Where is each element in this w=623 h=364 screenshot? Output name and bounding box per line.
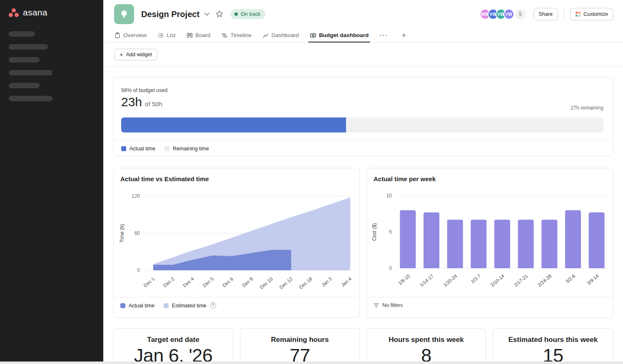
svg-text:1/6-10: 1/6-10 xyxy=(397,273,411,286)
chevron-down-icon[interactable] xyxy=(204,12,209,16)
tab-label: Timeline xyxy=(230,32,252,38)
svg-text:2/17-21: 2/17-21 xyxy=(513,273,529,287)
tab-overflow-menu[interactable]: ··· xyxy=(379,28,388,42)
svg-text:Dec 12: Dec 12 xyxy=(279,276,294,290)
legend-swatch xyxy=(164,303,169,308)
board-icon xyxy=(186,32,193,39)
avatar-stack: WWVWVWVW5 xyxy=(480,9,526,20)
star-icon[interactable] xyxy=(215,10,224,18)
svg-text:Cost ($): Cost ($) xyxy=(371,223,377,241)
filter-icon xyxy=(374,303,379,308)
svg-text:0: 0 xyxy=(137,267,140,273)
svg-text:Dec 6: Dec 6 xyxy=(222,276,234,288)
card-divider xyxy=(367,297,613,297)
tab-label: Overview xyxy=(123,32,147,38)
avatar[interactable]: VW xyxy=(503,9,514,20)
svg-text:0: 0 xyxy=(389,265,392,271)
stat-card-value: 8 xyxy=(367,345,486,362)
bar-chart-title: Actual time per week xyxy=(374,175,436,182)
tab-board[interactable]: Board xyxy=(186,28,210,42)
stat-card-title: Hours spent this week xyxy=(367,336,486,344)
tab-budget-dashboard[interactable]: Budget dashboard xyxy=(310,28,369,42)
svg-text:2/24-28: 2/24-28 xyxy=(537,273,553,287)
add-tab-button[interactable]: + xyxy=(401,28,406,42)
svg-text:1/14-17: 1/14-17 xyxy=(419,273,435,287)
tab-label: List xyxy=(167,32,175,38)
add-widget-button[interactable]: + Add widget xyxy=(114,49,157,60)
legend-swatch xyxy=(120,303,125,308)
budget-progress-fill xyxy=(121,117,346,132)
asana-logo-icon xyxy=(9,8,19,17)
svg-text:Dec 10: Dec 10 xyxy=(259,276,274,290)
tab-timeline[interactable]: Timeline xyxy=(221,28,252,42)
svg-text:2/3-7: 2/3-7 xyxy=(470,273,482,284)
area-chart-card: Actual time vs Estimated time 060120Time… xyxy=(113,168,360,318)
legend-item-remaining-time: Remaining time xyxy=(164,146,209,152)
legend-label: Actual time xyxy=(130,146,155,152)
legend-swatch xyxy=(164,146,169,151)
budget-progress-card: 56% of budget used 23h of 50h 27h remain… xyxy=(113,77,613,156)
svg-text:Dec 18: Dec 18 xyxy=(298,276,313,290)
svg-text:10: 10 xyxy=(386,193,392,199)
window-bottom-edge xyxy=(0,362,623,364)
svg-text:Dec 5: Dec 5 xyxy=(202,276,214,288)
sidebar: asana xyxy=(0,0,103,362)
svg-text:3/9-14: 3/9-14 xyxy=(586,273,600,286)
tab-label: Dashboard xyxy=(272,32,299,38)
clipboard-icon xyxy=(114,32,121,39)
plus-icon: + xyxy=(120,51,123,58)
sidebar-skeleton-item xyxy=(9,44,48,50)
stat-card-estimated-hours-this-week: Estimated hours this week15 xyxy=(493,328,613,362)
tab-overview[interactable]: Overview xyxy=(114,28,147,42)
card-divider xyxy=(114,297,359,297)
project-avatar[interactable] xyxy=(114,4,134,24)
svg-text:Time (h): Time (h) xyxy=(119,224,125,242)
sidebar-skeleton-item xyxy=(9,31,35,37)
dashboard-content: 56% of budget used 23h of 50h 27h remain… xyxy=(103,67,623,362)
sidebar-skeleton-item xyxy=(9,96,52,101)
tab-dashboard[interactable]: Dashboard xyxy=(262,28,299,42)
customize-button[interactable]: Customize xyxy=(570,8,613,20)
no-filters-control[interactable]: No filters xyxy=(374,302,403,308)
dashboard-toolbar: + Add widget xyxy=(103,42,623,67)
timeline-icon xyxy=(221,32,228,39)
help-icon[interactable]: ? xyxy=(210,302,216,309)
svg-text:3/2-6: 3/2-6 xyxy=(564,273,576,284)
avatar-overflow-count[interactable]: 5 xyxy=(515,9,526,20)
budget-used-value: 23h xyxy=(121,95,142,109)
project-header: Design Project On track WWVWVWVW5 Share … xyxy=(103,0,623,28)
stat-card-target-end-date: Target end dateJan 6, '26 xyxy=(113,328,233,362)
stat-card-hours-spent-this-week: Hours spent this week8 xyxy=(366,328,486,362)
legend-swatch xyxy=(121,146,126,151)
budget-percent-label: 56% of budget used xyxy=(121,87,167,93)
legend-item-estimated-time: Estimated time xyxy=(164,303,207,309)
legend-label: Remaining time xyxy=(173,146,209,152)
legend-item-actual-time: Actual time xyxy=(120,303,155,309)
svg-text:Dec 2: Dec 2 xyxy=(162,276,175,288)
budget-remaining-label: 27h remaining xyxy=(571,105,603,111)
asana-logo-text: asana xyxy=(23,7,47,17)
svg-text:Dec 4: Dec 4 xyxy=(182,276,195,288)
stat-card-remaining-hours: Remaining hours77 xyxy=(240,328,360,362)
stat-card-title: Estimated hours this week xyxy=(493,336,613,344)
legend-item-actual-time: Actual time xyxy=(121,146,155,152)
share-button[interactable]: Share xyxy=(533,8,558,20)
card-divider xyxy=(114,140,613,141)
svg-text:5: 5 xyxy=(389,229,392,235)
svg-text:1/20-24: 1/20-24 xyxy=(442,273,458,288)
area-chart: 060120Time (h)Dec 1Dec 2Dec 4Dec 5Dec 6D… xyxy=(114,188,359,297)
header-divider xyxy=(564,8,564,20)
svg-text:60: 60 xyxy=(135,230,140,236)
sidebar-skeleton-item xyxy=(9,57,40,62)
status-badge[interactable]: On track xyxy=(230,9,265,19)
stat-card-value: 15 xyxy=(493,345,613,362)
svg-text:Jan 4: Jan 4 xyxy=(340,276,353,288)
tab-list[interactable]: List xyxy=(157,28,175,42)
sidebar-skeleton-item xyxy=(9,70,52,75)
bar-chart: 0510Cost ($)1/6-101/14-171/20-242/3-72/1… xyxy=(367,188,613,297)
line-chart-icon xyxy=(262,32,269,39)
stat-card-title: Target end date xyxy=(114,336,233,344)
bar-chart-card: Actual time per week 0510Cost ($)1/6-101… xyxy=(366,168,613,318)
lightbulb-icon xyxy=(119,9,130,20)
list-icon xyxy=(157,32,164,39)
